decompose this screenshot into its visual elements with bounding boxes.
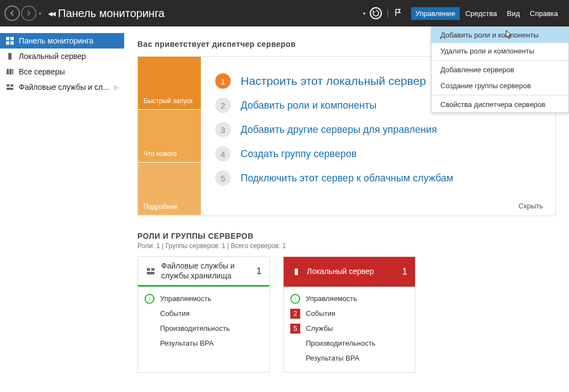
row-manageability[interactable]: ↑Управляемость (145, 291, 263, 306)
svg-rect-12 (151, 268, 155, 271)
server-icon (6, 52, 14, 61)
dd-properties[interactable]: Свойства диспетчера серверов (432, 96, 568, 112)
sidebar-item-all-servers[interactable]: Все серверы (0, 64, 124, 79)
menu-view[interactable]: Вид (502, 7, 524, 20)
row-performance[interactable]: Производительность (290, 336, 408, 351)
header-right: ▾ | Управление Средства Вид Справка (362, 7, 562, 20)
row-bpa[interactable]: Результаты BPA (145, 336, 263, 351)
tile-whatsnew[interactable]: Что нового (138, 110, 201, 163)
servers-icon (6, 67, 14, 76)
manage-dropdown: Добавить роли и компоненты Удалить роли … (431, 26, 569, 113)
menu-manage[interactable]: Управление (411, 7, 460, 20)
tile-learnmore[interactable]: Подробнее (138, 163, 201, 216)
svg-rect-9 (10, 84, 13, 87)
dd-remove-roles[interactable]: Удалить роли и компоненты (432, 43, 568, 59)
svg-rect-14 (295, 269, 298, 275)
row-bpa[interactable]: Результаты BPA (290, 351, 408, 366)
svg-rect-10 (7, 88, 13, 90)
step-3[interactable]: 3 Добавить другие серверы для управления (215, 122, 541, 137)
status-badge: 2 (290, 309, 300, 319)
svg-rect-13 (147, 272, 155, 275)
row-performance[interactable]: Производительность (145, 321, 263, 336)
forward-button[interactable] (21, 6, 36, 21)
step-number: 3 (215, 122, 231, 137)
menu-tools[interactable]: Средства (461, 7, 502, 20)
hide-link[interactable]: Скрыть (519, 202, 543, 210)
card-body: ↑Управляемость 2События 5Службы Производ… (284, 287, 415, 372)
step-number: 1 (215, 73, 231, 89)
svg-rect-8 (7, 84, 9, 87)
storage-icon (146, 266, 156, 276)
card-local-server[interactable]: Локальный сервер 1 ↑Управляемость 2Событ… (283, 256, 416, 373)
step-4[interactable]: 4 Создать группу серверов (215, 146, 541, 162)
row-events[interactable]: События (145, 306, 263, 321)
step-number: 4 (215, 146, 231, 162)
card-count: 1 (402, 266, 407, 277)
title-dropdown-icon[interactable]: ▾ (363, 11, 365, 16)
card-title: Локальный сервер (307, 267, 397, 277)
back-button[interactable] (4, 6, 20, 21)
card-body: ↑Управляемость События Производительност… (138, 287, 269, 357)
sidebar-item-label: Панель мониторинга (19, 36, 93, 45)
card-header: Файловые службы и службы хранилища 1 (138, 257, 269, 287)
sidebar-item-local-server[interactable]: Локальный сервер (0, 49, 124, 64)
dashboard-icon (6, 36, 14, 45)
sidebar-item-dashboard[interactable]: Панель мониторинга (0, 33, 124, 49)
storage-icon (6, 83, 14, 92)
page-title-text: Панель мониторинга (58, 7, 164, 20)
header-bar: ▾ ◂◂ Панель мониторинга ▾ | Управление С… (0, 0, 569, 26)
svg-rect-4 (8, 53, 12, 60)
status-ok-icon: ↑ (290, 294, 300, 304)
server-icon (291, 267, 301, 277)
svg-rect-6 (9, 69, 12, 74)
separator: | (386, 8, 389, 18)
page-title: ◂◂ Панель мониторинга (48, 7, 164, 20)
status-ok-icon: ↑ (145, 294, 155, 304)
dd-add-servers[interactable]: Добавление серверов (432, 62, 568, 78)
svg-rect-2 (6, 41, 9, 45)
card-title: Файловые службы и службы хранилища (161, 261, 251, 281)
step-text: Создать группу серверов (241, 148, 357, 160)
nav-history-dropdown-icon[interactable]: ▾ (39, 10, 41, 17)
nav-buttons: ▾ (4, 6, 48, 21)
role-cards: Файловые службы и службы хранилища 1 ↑Уп… (137, 256, 556, 373)
dd-create-group[interactable]: Создание группы серверов (432, 78, 568, 94)
row-services[interactable]: 5Службы (290, 321, 408, 336)
tile-quickstart[interactable]: Быстрый запуск (138, 57, 201, 110)
side-tiles: Быстрый запуск Что нового Подробнее (138, 57, 201, 216)
menu-bar: Управление Средства Вид Справка (411, 7, 562, 20)
svg-rect-3 (10, 41, 14, 45)
menu-help[interactable]: Справка (525, 7, 562, 20)
chevron-right-icon: ▷ (114, 84, 119, 90)
roles-sub: Роли: 1 | Группы серверов: 1 | Всего сер… (137, 242, 556, 250)
row-manageability[interactable]: ↑Управляемость (290, 291, 408, 306)
row-events[interactable]: 2События (290, 306, 408, 321)
sidebar-item-file-services[interactable]: Файловые службы и сл... ▷ (0, 79, 124, 95)
sidebar-item-label: Все серверы (19, 67, 65, 76)
dd-separator (432, 60, 568, 61)
breadcrumb-chevron-icon: ◂◂ (48, 8, 55, 19)
dd-add-roles[interactable]: Добавить роли и компоненты (432, 27, 568, 43)
svg-rect-5 (7, 69, 9, 74)
step-text: Настроить этот локальный сервер (241, 74, 426, 88)
svg-rect-1 (10, 37, 14, 40)
notifications-flag-icon[interactable] (393, 8, 403, 18)
step-text: Добавить другие серверы для управления (241, 124, 437, 136)
svg-rect-11 (147, 268, 150, 271)
svg-rect-7 (12, 69, 13, 74)
step-number: 2 (215, 98, 231, 113)
step-text: Подключить этот сервер к облачным служба… (241, 173, 453, 184)
dd-separator (432, 95, 568, 95)
status-badge: 5 (290, 324, 300, 334)
step-text: Добавить роли и компоненты (241, 100, 376, 111)
sidebar-item-label: Файловые службы и сл... (19, 83, 109, 92)
card-count: 1 (257, 266, 262, 277)
sidebar: Панель мониторинга Локальный сервер Все … (0, 26, 124, 392)
sidebar-item-label: Локальный сервер (19, 52, 86, 61)
roles-heading: РОЛИ И ГРУППЫ СЕРВЕРОВ (137, 232, 556, 240)
refresh-button[interactable] (370, 7, 382, 19)
mouse-cursor-icon (506, 30, 513, 40)
step-5[interactable]: 5 Подключить этот сервер к облачным служ… (215, 170, 541, 186)
card-file-services[interactable]: Файловые службы и службы хранилища 1 ↑Уп… (137, 256, 270, 373)
card-header: Локальный сервер 1 (284, 257, 415, 287)
